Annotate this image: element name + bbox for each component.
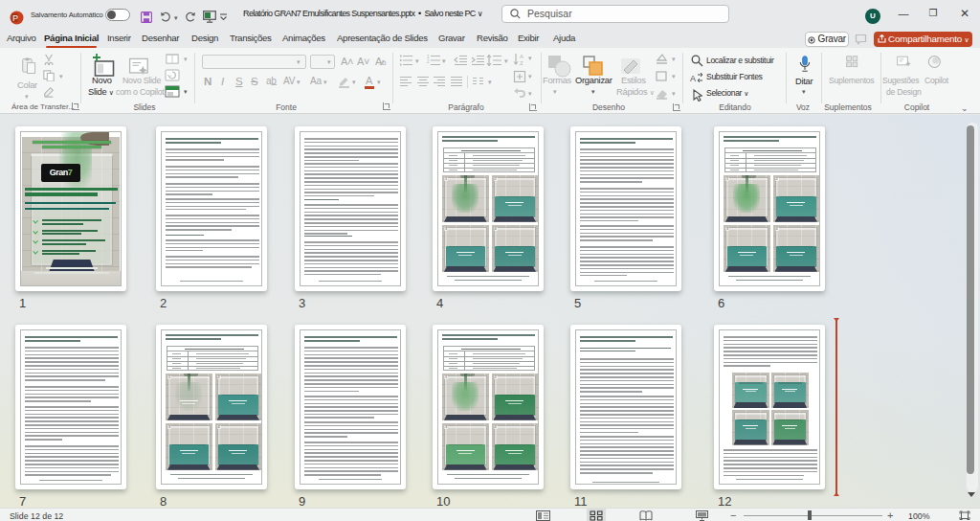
svg-text:A: A — [520, 54, 523, 59]
svg-text:A: A — [690, 74, 696, 83]
svg-text:2: 2 — [427, 59, 430, 64]
svg-text:P: P — [12, 13, 18, 23]
svg-text:Z: Z — [520, 60, 523, 66]
